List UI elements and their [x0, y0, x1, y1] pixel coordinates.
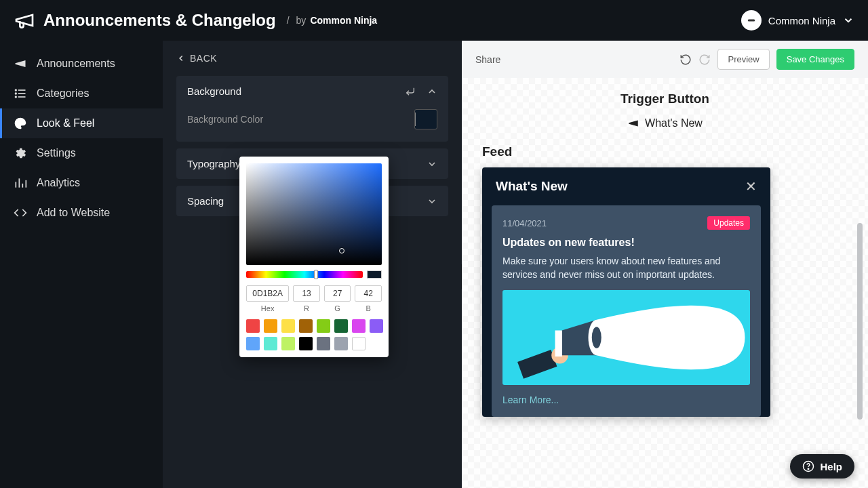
app-byline: / by Common Ninja — [284, 15, 377, 26]
chevron-down-icon — [427, 196, 437, 207]
reset-icon[interactable] — [405, 86, 416, 97]
avatar — [741, 10, 762, 30]
field-label: Background Color — [187, 114, 263, 125]
preset-swatch[interactable] — [352, 337, 366, 350]
trigger-label: What's New — [645, 117, 703, 129]
megaphone-icon — [14, 9, 35, 31]
svg-point-6 — [16, 93, 17, 94]
preset-swatch[interactable] — [334, 337, 348, 350]
svg-rect-1 — [748, 20, 755, 22]
svg-point-7 — [16, 96, 17, 98]
preset-swatch[interactable] — [334, 319, 348, 333]
chevron-down-icon — [427, 159, 437, 169]
sv-cursor[interactable] — [339, 248, 344, 253]
sidebar-item-label: Look & Feel — [37, 117, 94, 129]
preset-swatch[interactable] — [352, 319, 366, 333]
section-title: Background — [187, 85, 241, 97]
back-button[interactable]: BACK — [176, 53, 448, 64]
chevron-left-icon — [176, 54, 186, 63]
preset-swatch[interactable] — [281, 319, 295, 333]
megaphone-icon — [627, 117, 639, 129]
redo-icon — [698, 54, 711, 66]
b-input[interactable] — [355, 285, 382, 302]
svg-point-5 — [16, 89, 17, 91]
header-left: Announcements & Changelog / by Common Ni… — [14, 9, 377, 31]
learn-more-link[interactable]: Learn More... — [502, 394, 559, 405]
megaphone-icon — [14, 57, 27, 70]
preset-swatch[interactable] — [246, 319, 260, 333]
gear-icon — [14, 146, 27, 160]
editor-panel: BACK Background Background Color Typogra… — [163, 41, 462, 488]
hex-label: Hex — [246, 304, 289, 312]
hue-slider[interactable] — [246, 271, 363, 278]
help-icon — [802, 460, 814, 472]
hue-thumb[interactable] — [314, 270, 318, 279]
save-button[interactable]: Save Changes — [776, 49, 854, 70]
palette-icon — [14, 117, 27, 130]
sidebar-item-label: Settings — [37, 147, 76, 159]
card-tag: Updates — [707, 216, 750, 230]
preview-button[interactable]: Preview — [717, 49, 769, 70]
feed-widget: What's New ✕ 11/04/2021 Updates Updates … — [482, 167, 770, 417]
feed-section-title: Feed — [482, 144, 848, 159]
ninja-icon — [745, 14, 757, 26]
g-label: G — [324, 304, 351, 312]
preview-toolbar: Share Preview Save Changes — [462, 41, 868, 78]
sidebar-item-label: Add to Website — [37, 207, 110, 219]
sidebar-item-analytics[interactable]: Analytics — [0, 168, 163, 198]
preset-swatch[interactable] — [299, 319, 313, 333]
color-swatch[interactable] — [414, 109, 437, 129]
trigger-section-title: Trigger Button — [482, 92, 848, 106]
color-picker: Hex R G B — [239, 157, 389, 357]
list-icon — [14, 87, 27, 100]
svg-point-16 — [592, 327, 601, 348]
preset-swatches — [246, 319, 382, 350]
app-header: Announcements & Changelog / by Common Ni… — [0, 0, 868, 41]
sidebar-item-announcements[interactable]: Announcements — [0, 49, 163, 79]
card-body: Make sure your users know about new feat… — [502, 254, 750, 282]
preview-area: Share Preview Save Changes Trigger Butto… — [462, 41, 868, 488]
r-input[interactable] — [293, 285, 320, 302]
current-color-preview — [367, 270, 382, 279]
sidebar-item-label: Announcements — [37, 58, 115, 70]
chevron-down-icon — [842, 14, 854, 26]
feed-card: 11/04/2021 Updates Updates on new featur… — [492, 205, 761, 417]
svg-rect-17 — [555, 330, 563, 357]
preset-swatch[interactable] — [246, 337, 260, 350]
scrollbar-thumb[interactable] — [857, 223, 863, 420]
code-icon — [14, 206, 27, 220]
svg-point-19 — [808, 468, 810, 470]
sidebar-item-label: Categories — [37, 87, 89, 100]
g-input[interactable] — [324, 285, 351, 302]
sidebar-item-look-and-feel[interactable]: Look & Feel — [0, 108, 163, 138]
hex-input[interactable] — [246, 285, 289, 302]
preset-swatch[interactable] — [264, 337, 277, 350]
preset-swatch[interactable] — [281, 337, 295, 350]
preset-swatch[interactable] — [317, 337, 330, 350]
user-menu[interactable]: Common Ninja — [741, 10, 854, 30]
widget-title: What's New — [496, 179, 568, 194]
section-background-header[interactable]: Background — [176, 76, 448, 106]
background-color-field: Background Color — [187, 109, 437, 129]
megaphone-illustration — [502, 290, 750, 385]
saturation-value-area[interactable] — [246, 163, 382, 265]
close-icon[interactable]: ✕ — [745, 178, 757, 195]
undo-icon[interactable] — [679, 54, 692, 66]
sidebar-item-settings[interactable]: Settings — [0, 138, 163, 168]
trigger-button-preview[interactable]: What's New — [482, 117, 848, 129]
card-title: Updates on new features! — [502, 237, 750, 249]
preset-swatch[interactable] — [370, 319, 383, 333]
chevron-up-icon[interactable] — [427, 86, 437, 97]
preset-swatch[interactable] — [264, 319, 277, 333]
preset-swatch[interactable] — [317, 319, 330, 333]
help-button[interactable]: Help — [790, 454, 854, 479]
b-label: B — [355, 304, 382, 312]
sidebar-item-categories[interactable]: Categories — [0, 79, 163, 108]
card-date: 11/04/2021 — [502, 218, 547, 228]
back-label: BACK — [190, 53, 217, 64]
preview-scrollbar[interactable] — [857, 117, 863, 488]
preset-swatch[interactable] — [299, 337, 313, 350]
sidebar-item-add-to-website[interactable]: Add to Website — [0, 198, 163, 228]
share-link[interactable]: Share — [475, 54, 500, 65]
section-background: Background Background Color — [176, 76, 448, 142]
